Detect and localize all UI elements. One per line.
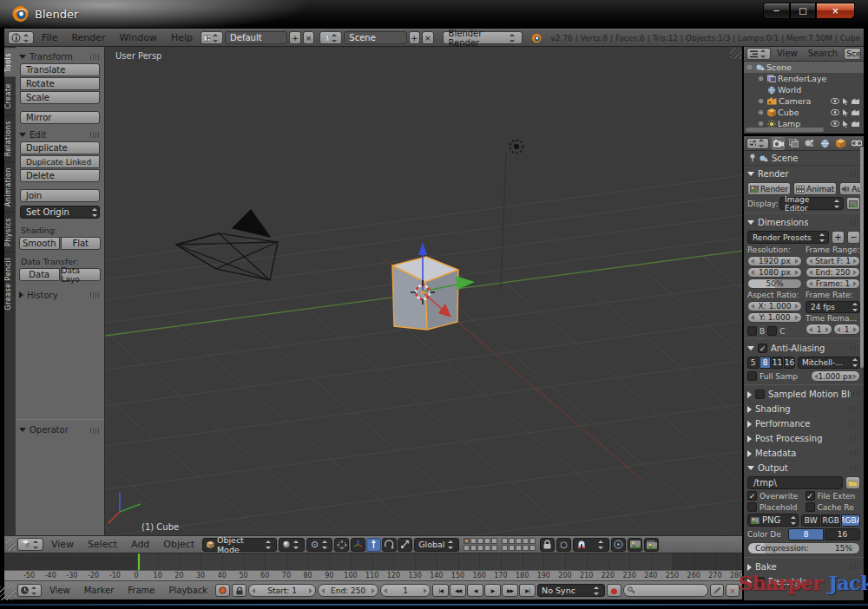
color-depth-button[interactable]: 16 [825, 528, 860, 540]
cursor-select-icon[interactable] [842, 98, 849, 105]
manipulator-rotate-toggle[interactable] [382, 538, 397, 552]
render-presets-dropdown[interactable]: Render Presets [747, 231, 829, 244]
frame-start-field[interactable]: Start F: 1 [806, 256, 860, 266]
manipulator-scale-toggle[interactable] [398, 538, 412, 552]
lock-to-scene-toggle[interactable] [540, 538, 555, 552]
jump-to-start-button[interactable]: |◀ [432, 584, 449, 597]
add-preset-button[interactable]: + [832, 231, 845, 244]
render-opengl-anim-button[interactable] [644, 538, 659, 552]
file-browse-button[interactable] [845, 476, 860, 489]
layout-name-field[interactable]: Default [225, 31, 287, 44]
section-anti-aliasing[interactable]: Anti-Aliasing [747, 342, 860, 355]
visibility-toggles[interactable] [831, 121, 864, 128]
editor-type-button[interactable] [746, 48, 771, 60]
aa-sample-button[interactable]: 8 [760, 357, 771, 369]
layer-toggle[interactable] [523, 538, 529, 544]
layer-toggle[interactable] [484, 538, 490, 544]
auto-keyframe-toggle[interactable] [215, 584, 230, 597]
layer-toggle[interactable] [464, 538, 470, 544]
layer-toggle[interactable] [484, 545, 490, 551]
current-frame-marker[interactable] [138, 553, 140, 570]
resolution-y-field[interactable]: 1080 px [747, 267, 802, 278]
remove-layout-button[interactable]: × [303, 31, 315, 44]
manipulator-translate-toggle[interactable] [366, 538, 381, 552]
rotate-button[interactable]: Rotate [20, 77, 100, 90]
menu-object[interactable]: Object [157, 536, 201, 553]
duplicate-linked-button[interactable]: Duplicate Linked [20, 155, 100, 168]
layer-toggle[interactable] [477, 538, 483, 544]
pivot-align-toggle[interactable] [334, 538, 349, 552]
color-mode-button[interactable]: RGBA [841, 514, 860, 527]
display-dropdown[interactable]: Image Editor [779, 197, 844, 210]
record-button[interactable]: ● [607, 584, 621, 597]
editor-type-button[interactable] [17, 538, 43, 551]
remap-new-field[interactable]: 1 [833, 324, 860, 335]
editor-corner-grip[interactable] [730, 48, 741, 59]
timeline-track[interactable] [4, 553, 742, 570]
next-keyframe-button[interactable]: ▶▶ [502, 584, 518, 597]
layer-toggle[interactable] [502, 545, 508, 551]
outliner-row-renderlayer[interactable]: ⊕ RenderLaye [744, 73, 864, 84]
keyingset-lock-toggle[interactable] [232, 584, 247, 597]
render-animation-button[interactable]: Animat [793, 182, 837, 195]
duplicate-button[interactable]: Duplicate [20, 141, 100, 154]
layer-toggle[interactable] [470, 545, 477, 551]
render-toggle-icon[interactable] [852, 98, 860, 105]
layer-toggle[interactable] [516, 538, 522, 544]
section-render[interactable]: Render [747, 167, 860, 180]
remove-preset-button[interactable]: − [847, 231, 860, 244]
outliner-menu-search[interactable]: Search [804, 47, 842, 61]
viewport-canvas[interactable] [105, 47, 742, 535]
translate-button[interactable]: Translate [20, 63, 100, 76]
frame-current-field[interactable]: Frame: 1 [806, 278, 860, 289]
tab-object[interactable] [834, 137, 847, 150]
motion-blur-checkbox[interactable] [755, 390, 765, 399]
layer-toggle[interactable] [491, 538, 497, 544]
layer-toggle[interactable] [523, 545, 529, 551]
layer-toggle[interactable] [470, 538, 477, 544]
color-depth-button[interactable]: 8 [788, 528, 824, 540]
full-sample-checkbox[interactable] [747, 371, 757, 381]
scene-name-field[interactable]: Scene [344, 31, 406, 44]
menu-window[interactable]: Window [114, 29, 163, 47]
layer-toggle[interactable] [502, 538, 508, 544]
remap-old-field[interactable]: 1 [806, 324, 832, 335]
proportional-edit-toggle[interactable]: ○ [556, 538, 571, 552]
eye-icon[interactable] [831, 121, 839, 127]
aspect-x-field[interactable]: X: 1.000 [747, 301, 802, 311]
section-transform[interactable]: Transform [19, 49, 101, 63]
cursor-select-icon[interactable] [842, 109, 849, 116]
fps-dropdown[interactable]: 24 fps [806, 301, 860, 313]
cache-result-checkbox[interactable] [806, 502, 815, 512]
cursor-select-icon[interactable] [842, 121, 849, 128]
manipulator-axes-toggle[interactable] [351, 538, 365, 552]
color-mode-button[interactable]: RGB [821, 514, 840, 527]
editor-type-button[interactable] [8, 31, 34, 44]
compression-slider[interactable]: Compression: 15% [747, 542, 860, 554]
layer-toggle[interactable] [477, 545, 483, 551]
snap-element-button[interactable] [611, 538, 626, 552]
section-output[interactable]: Output [747, 462, 860, 475]
outliner-row-camera[interactable]: ⊕ Camera [744, 95, 864, 107]
output-path-field[interactable]: /tmp\ [747, 476, 843, 489]
mirror-button[interactable]: Mirror [20, 111, 100, 124]
aa-sample-button[interactable]: 11 [772, 357, 783, 369]
shelf-tab-physics[interactable]: Physics [4, 212, 16, 252]
menu-file[interactable]: File [36, 29, 63, 47]
layer-toggle[interactable] [509, 545, 515, 551]
transform-orientation-dropdown[interactable]: Global [414, 538, 459, 552]
render-engine-dropdown[interactable]: Blender Render [443, 31, 523, 44]
eye-icon[interactable] [831, 98, 839, 104]
data-button[interactable]: Data [19, 268, 60, 281]
shade-smooth-button[interactable]: Smooth [19, 237, 60, 250]
z-arrow[interactable] [418, 242, 427, 255]
shelf-tab-animation[interactable]: Animation [4, 161, 16, 212]
layer-toggle[interactable] [464, 545, 470, 551]
scale-button[interactable]: Scale [20, 91, 100, 104]
visibility-toggles[interactable] [831, 98, 864, 105]
mode-dropdown[interactable]: Object Mode [202, 538, 277, 552]
join-button[interactable]: Join [20, 189, 100, 202]
shelf-tab-grease-pencil[interactable]: Grease Pencil [4, 252, 16, 316]
section-edit[interactable]: Edit [19, 128, 101, 141]
layer-toggle[interactable] [529, 545, 536, 551]
